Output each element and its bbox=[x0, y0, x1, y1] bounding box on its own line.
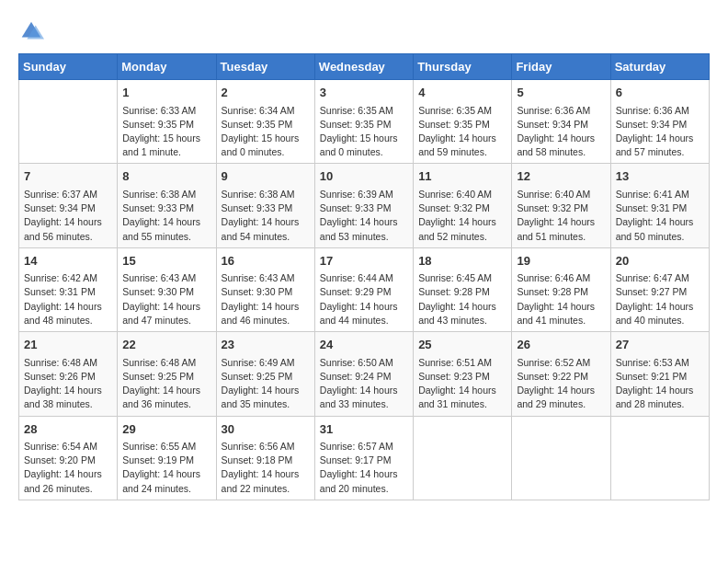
day-number: 24 bbox=[320, 336, 408, 354]
calendar-cell bbox=[414, 416, 512, 500]
day-info: Sunrise: 6:46 AM Sunset: 9:28 PM Dayligh… bbox=[517, 271, 605, 327]
day-number: 28 bbox=[24, 420, 112, 439]
day-info: Sunrise: 6:53 AM Sunset: 9:21 PM Dayligh… bbox=[616, 356, 704, 412]
day-number: 25 bbox=[418, 336, 506, 354]
day-info: Sunrise: 6:56 AM Sunset: 9:18 PM Dayligh… bbox=[222, 440, 310, 496]
day-number: 29 bbox=[122, 420, 210, 439]
header-tuesday: Tuesday bbox=[216, 54, 314, 80]
day-number: 31 bbox=[320, 420, 408, 439]
day-info: Sunrise: 6:33 AM Sunset: 9:35 PM Dayligh… bbox=[122, 104, 210, 160]
day-number: 16 bbox=[222, 252, 310, 270]
logo bbox=[18, 18, 48, 44]
calendar-cell: 27Sunrise: 6:53 AM Sunset: 9:21 PM Dayli… bbox=[610, 332, 709, 416]
day-info: Sunrise: 6:41 AM Sunset: 9:31 PM Dayligh… bbox=[616, 188, 704, 244]
day-info: Sunrise: 6:35 AM Sunset: 9:35 PM Dayligh… bbox=[418, 104, 506, 160]
day-number: 6 bbox=[616, 84, 704, 102]
calendar-cell: 24Sunrise: 6:50 AM Sunset: 9:24 PM Dayli… bbox=[314, 332, 413, 416]
day-number: 18 bbox=[418, 252, 506, 270]
day-number: 3 bbox=[320, 84, 408, 102]
day-info: Sunrise: 6:45 AM Sunset: 9:28 PM Dayligh… bbox=[418, 271, 506, 327]
calendar-cell: 4Sunrise: 6:35 AM Sunset: 9:35 PM Daylig… bbox=[414, 80, 512, 164]
week-row-5: 28Sunrise: 6:54 AM Sunset: 9:20 PM Dayli… bbox=[19, 416, 710, 500]
day-info: Sunrise: 6:35 AM Sunset: 9:35 PM Dayligh… bbox=[320, 104, 408, 160]
calendar-cell: 15Sunrise: 6:43 AM Sunset: 9:30 PM Dayli… bbox=[118, 247, 216, 331]
day-info: Sunrise: 6:40 AM Sunset: 9:32 PM Dayligh… bbox=[517, 188, 605, 244]
day-number: 10 bbox=[320, 167, 408, 186]
calendar-cell: 19Sunrise: 6:46 AM Sunset: 9:28 PM Dayli… bbox=[512, 247, 610, 331]
calendar-cell: 1Sunrise: 6:33 AM Sunset: 9:35 PM Daylig… bbox=[118, 80, 216, 164]
calendar-cell: 5Sunrise: 6:36 AM Sunset: 9:34 PM Daylig… bbox=[512, 80, 610, 164]
calendar-cell: 2Sunrise: 6:34 AM Sunset: 9:35 PM Daylig… bbox=[216, 80, 314, 164]
day-info: Sunrise: 6:44 AM Sunset: 9:29 PM Dayligh… bbox=[320, 271, 408, 327]
logo-icon bbox=[18, 18, 44, 44]
calendar-cell: 3Sunrise: 6:35 AM Sunset: 9:35 PM Daylig… bbox=[314, 80, 413, 164]
day-number: 4 bbox=[418, 84, 506, 102]
page-header bbox=[18, 18, 710, 44]
calendar-cell: 31Sunrise: 6:57 AM Sunset: 9:17 PM Dayli… bbox=[314, 416, 413, 500]
day-number: 1 bbox=[122, 84, 210, 102]
day-info: Sunrise: 6:40 AM Sunset: 9:32 PM Dayligh… bbox=[418, 188, 506, 244]
calendar-cell: 8Sunrise: 6:38 AM Sunset: 9:33 PM Daylig… bbox=[118, 164, 216, 247]
day-info: Sunrise: 6:47 AM Sunset: 9:27 PM Dayligh… bbox=[616, 271, 704, 327]
day-info: Sunrise: 6:36 AM Sunset: 9:34 PM Dayligh… bbox=[616, 104, 704, 160]
day-info: Sunrise: 6:49 AM Sunset: 9:25 PM Dayligh… bbox=[222, 356, 310, 412]
day-info: Sunrise: 6:52 AM Sunset: 9:22 PM Dayligh… bbox=[517, 356, 605, 412]
day-number: 8 bbox=[122, 167, 210, 186]
day-info: Sunrise: 6:34 AM Sunset: 9:35 PM Dayligh… bbox=[222, 104, 310, 160]
calendar-cell: 14Sunrise: 6:42 AM Sunset: 9:31 PM Dayli… bbox=[19, 247, 118, 331]
header-friday: Friday bbox=[512, 54, 610, 80]
day-number: 12 bbox=[517, 167, 605, 186]
calendar-cell: 26Sunrise: 6:52 AM Sunset: 9:22 PM Dayli… bbox=[512, 332, 610, 416]
day-number: 15 bbox=[122, 252, 210, 270]
day-info: Sunrise: 6:55 AM Sunset: 9:19 PM Dayligh… bbox=[122, 440, 210, 496]
day-number: 23 bbox=[222, 336, 310, 354]
day-number: 17 bbox=[320, 252, 408, 270]
week-row-2: 7Sunrise: 6:37 AM Sunset: 9:34 PM Daylig… bbox=[19, 164, 710, 247]
day-number: 21 bbox=[24, 336, 112, 354]
calendar-cell bbox=[512, 416, 610, 500]
calendar-cell: 30Sunrise: 6:56 AM Sunset: 9:18 PM Dayli… bbox=[216, 416, 314, 500]
day-info: Sunrise: 6:42 AM Sunset: 9:31 PM Dayligh… bbox=[24, 271, 112, 327]
header-wednesday: Wednesday bbox=[314, 54, 413, 80]
day-number: 9 bbox=[222, 167, 310, 186]
header-thursday: Thursday bbox=[414, 54, 512, 80]
calendar-cell bbox=[19, 80, 118, 164]
day-number: 30 bbox=[222, 420, 310, 439]
day-info: Sunrise: 6:57 AM Sunset: 9:17 PM Dayligh… bbox=[320, 440, 408, 496]
day-info: Sunrise: 6:51 AM Sunset: 9:23 PM Dayligh… bbox=[418, 356, 506, 412]
day-info: Sunrise: 6:37 AM Sunset: 9:34 PM Dayligh… bbox=[24, 188, 112, 244]
calendar-cell bbox=[610, 416, 709, 500]
calendar-cell: 22Sunrise: 6:48 AM Sunset: 9:25 PM Dayli… bbox=[118, 332, 216, 416]
day-info: Sunrise: 6:38 AM Sunset: 9:33 PM Dayligh… bbox=[222, 188, 310, 244]
day-info: Sunrise: 6:48 AM Sunset: 9:26 PM Dayligh… bbox=[24, 356, 112, 412]
week-row-3: 14Sunrise: 6:42 AM Sunset: 9:31 PM Dayli… bbox=[19, 247, 710, 331]
day-info: Sunrise: 6:43 AM Sunset: 9:30 PM Dayligh… bbox=[222, 271, 310, 327]
calendar-cell: 21Sunrise: 6:48 AM Sunset: 9:26 PM Dayli… bbox=[19, 332, 118, 416]
calendar-header-row: SundayMondayTuesdayWednesdayThursdayFrid… bbox=[19, 54, 710, 80]
calendar-cell: 28Sunrise: 6:54 AM Sunset: 9:20 PM Dayli… bbox=[19, 416, 118, 500]
calendar-table: SundayMondayTuesdayWednesdayThursdayFrid… bbox=[18, 53, 710, 500]
week-row-1: 1Sunrise: 6:33 AM Sunset: 9:35 PM Daylig… bbox=[19, 80, 710, 164]
day-number: 5 bbox=[517, 84, 605, 102]
calendar-cell: 23Sunrise: 6:49 AM Sunset: 9:25 PM Dayli… bbox=[216, 332, 314, 416]
calendar-cell: 9Sunrise: 6:38 AM Sunset: 9:33 PM Daylig… bbox=[216, 164, 314, 247]
header-sunday: Sunday bbox=[19, 54, 118, 80]
calendar-cell: 18Sunrise: 6:45 AM Sunset: 9:28 PM Dayli… bbox=[414, 247, 512, 331]
calendar-cell: 17Sunrise: 6:44 AM Sunset: 9:29 PM Dayli… bbox=[314, 247, 413, 331]
day-number: 14 bbox=[24, 252, 112, 270]
calendar-cell: 12Sunrise: 6:40 AM Sunset: 9:32 PM Dayli… bbox=[512, 164, 610, 247]
calendar-cell: 13Sunrise: 6:41 AM Sunset: 9:31 PM Dayli… bbox=[610, 164, 709, 247]
day-number: 27 bbox=[616, 336, 704, 354]
day-info: Sunrise: 6:38 AM Sunset: 9:33 PM Dayligh… bbox=[122, 188, 210, 244]
week-row-4: 21Sunrise: 6:48 AM Sunset: 9:26 PM Dayli… bbox=[19, 332, 710, 416]
day-info: Sunrise: 6:48 AM Sunset: 9:25 PM Dayligh… bbox=[122, 356, 210, 412]
day-number: 13 bbox=[616, 167, 704, 186]
day-info: Sunrise: 6:36 AM Sunset: 9:34 PM Dayligh… bbox=[517, 104, 605, 160]
day-info: Sunrise: 6:54 AM Sunset: 9:20 PM Dayligh… bbox=[24, 440, 112, 496]
calendar-cell: 10Sunrise: 6:39 AM Sunset: 9:33 PM Dayli… bbox=[314, 164, 413, 247]
day-number: 7 bbox=[24, 167, 112, 186]
calendar-cell: 6Sunrise: 6:36 AM Sunset: 9:34 PM Daylig… bbox=[610, 80, 709, 164]
day-number: 2 bbox=[222, 84, 310, 102]
day-info: Sunrise: 6:50 AM Sunset: 9:24 PM Dayligh… bbox=[320, 356, 408, 412]
day-number: 26 bbox=[517, 336, 605, 354]
